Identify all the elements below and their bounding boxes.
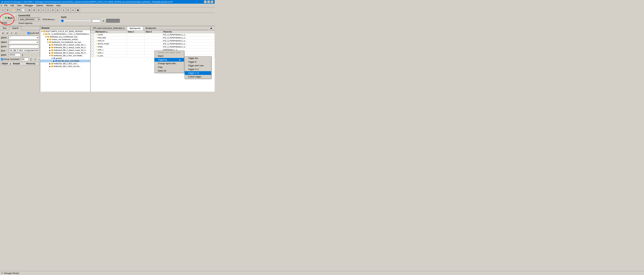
group-checkbox[interactable] (1, 58, 3, 61)
tree-item-root[interactable]: ▼ ROOT (MPFS_ICICLE_KIT_BASE_DESIGN) (40, 30, 90, 33)
toolbar-settings-icon[interactable]: ⚙ (5, 8, 10, 12)
tree-expand-fic0[interactable]: ▼ (43, 33, 45, 35)
object-select[interactable]: * (9, 40, 39, 44)
tree-item-fifo1[interactable]: ▼ hlsModule_BB_0_fifo1_inst (hlsMo... (40, 54, 90, 57)
refresh-button[interactable]: ↺ (33, 57, 37, 61)
tree-item-delay1[interactable]: ▶ hlsModule_BB_0_delay1_scalar_fifo_fi..… (40, 52, 90, 54)
toolbar-save-icon[interactable]: 💾 (16, 8, 21, 12)
quick-btn-3[interactable]: ≡ (10, 31, 14, 35)
tree-expand-fifo1[interactable]: ▼ (49, 55, 51, 57)
fpga-memory-button[interactable]: FPGA Memory (41, 18, 56, 21)
tree-expand-fifo3[interactable]: ▶ (49, 66, 51, 67)
quick-btn-2[interactable]: ⊟ (5, 31, 9, 35)
name-input[interactable] (9, 45, 39, 48)
wp-row-empty[interactable]: ⚡ empty /FIC_0_PERIPHERALS_1/... (91, 45, 215, 48)
run-button[interactable]: Run (1, 15, 16, 21)
ctx-trigger-1-0[interactable]: Trigger 1->0 (185, 71, 211, 75)
wp-check-usedw[interactable] (92, 34, 94, 36)
toolbar-grid2-icon[interactable]: ⊟ (32, 8, 36, 12)
tree-item-delay4[interactable]: ▶ hlsModule_BB_0_delay4_scalar_fifo_c... (40, 44, 90, 46)
close-button[interactable]: ✕ (211, 1, 213, 3)
restore-button[interactable]: □ (207, 1, 210, 3)
tree-item-fifo2[interactable]: ▶ hlsModule_BB_0_fifo2_inst (... (40, 62, 90, 65)
menu-debugger[interactable]: Debugger (23, 4, 34, 7)
tree-item-hlsmodule-inst[interactable]: ▼ hlsModule_inst (hlsModule_hw_top) (40, 41, 90, 44)
ctx-trigger-dont-care[interactable]: Trigger don't care (185, 64, 211, 68)
menu-edit[interactable]: Edit (9, 4, 16, 7)
tree-item-genblk1[interactable]: ▼ genblk1 (40, 57, 90, 60)
toolbar-grid3-icon[interactable]: ⊡ (36, 8, 41, 12)
cycle-config-button[interactable]: ⚙ (101, 19, 106, 23)
tab-arrow-right[interactable]: ▶ (208, 26, 215, 30)
tab-run[interactable]: Run (0, 26, 10, 30)
wp-row-read-en[interactable]: ⚡ read_en /FIC_0_PERIPHERALS_1/... (91, 39, 215, 42)
tree-expand-root[interactable]: ▼ (41, 31, 43, 32)
ctx-triggering[interactable]: Triggering ▶ (154, 58, 184, 62)
tree-item-delay3[interactable]: ▶ hlsModule_BB_0_delay3_scalar_fifo_fi..… (40, 46, 90, 49)
wp-check-almost-empty[interactable] (92, 43, 94, 45)
tab-breakpoints[interactable]: Breakpoints (143, 26, 159, 30)
tree-expand-delay3[interactable]: ▶ (49, 47, 51, 49)
tree-expand-genblk1[interactable]: ▼ (51, 57, 53, 59)
cycle-slider[interactable] (61, 20, 91, 22)
sort-icon[interactable]: ▲ (10, 63, 12, 65)
wp-row-write-c2[interactable]: ⚡ write_c ERIPHERALS_1/... (91, 51, 215, 54)
ctx-watch[interactable]: Watch (154, 54, 184, 58)
wp-check-write-c2[interactable] (92, 52, 94, 54)
menu-options[interactable]: Options (35, 4, 44, 7)
col-watchpoint[interactable]: Watchpoint ▲ (94, 30, 127, 33)
tree-expand-hlsmodule-inst[interactable]: ▼ (47, 41, 49, 43)
depth-input[interactable] (9, 53, 20, 57)
root-input[interactable] (9, 49, 39, 52)
status-select[interactable]: * (9, 36, 39, 40)
menu-help[interactable]: Help (55, 4, 62, 7)
tree-item-fifo3[interactable]: ▶ hlsModule_BB_0_fifo3_inst (hls... (40, 65, 90, 68)
toolbar-hex-icon[interactable]: ⬡ (46, 8, 50, 12)
ctx-copy[interactable]: Copy (154, 65, 184, 69)
tree-item-fic0[interactable]: ▼ FIC_0_PERIPHERALS_1 (FIC_0_PERIPHERALS… (40, 33, 90, 36)
depth-down-arrow[interactable]: ▼ (21, 55, 24, 57)
tree-item-delay2[interactable]: ▶ hlsModule_BB_0_delay2_scalar_fifo_fi..… (40, 49, 90, 52)
wp-check-read-en[interactable] (92, 40, 94, 42)
increment-down-arrow[interactable]: ▼ (30, 59, 32, 61)
tree-expand-fwft-fifo[interactable]: ▶ (53, 60, 55, 62)
tree-item-hlsmodule-top[interactable]: ▼ hlsModule_top_0 (hlsModule_top) (40, 36, 90, 38)
tree-expand-delay1[interactable]: ▶ (49, 52, 51, 54)
menu-file[interactable]: File (3, 4, 9, 7)
toolbar-wave-icon[interactable]: ≋ (51, 8, 55, 12)
iice-select[interactable]: auto_instrument (18, 18, 40, 21)
autoroot-checkbox-label[interactable]: Auto root (28, 32, 39, 34)
wp-row-usedw[interactable]: ⚡ usedw /FIC_0_PERIPHERALS_1/... (91, 33, 215, 36)
wp-check-write-c1[interactable] (92, 49, 94, 51)
wp-check-read-data[interactable] (92, 37, 94, 39)
menu-view[interactable]: View (16, 4, 23, 7)
group-checkbox-label[interactable]: Group (1, 58, 9, 61)
tab-search[interactable]: Search (10, 26, 22, 30)
wp-check-cf-alm[interactable] (92, 55, 94, 57)
toolbar-mono-icon[interactable]: ▣ (76, 8, 80, 12)
toolbar-split3-icon[interactable]: ⫼ (71, 8, 75, 12)
wp-check-empty[interactable] (92, 46, 94, 48)
tree-expand-hlsmodule-top[interactable]: ▼ (45, 36, 47, 38)
toolbar-grid1-icon[interactable]: ⊞ (27, 8, 32, 12)
tree-expand-delay2[interactable]: ▶ (49, 49, 51, 51)
minimize-button[interactable]: ─ (204, 1, 206, 3)
toolbar-split2-icon[interactable]: ⫸ (66, 8, 70, 12)
ctx-change-radix[interactable]: Change signal radix... (154, 62, 184, 65)
toolbar-chip-icon[interactable]: ⬡ (1, 8, 5, 12)
toolbar-split1-icon[interactable]: ⫼ (62, 8, 66, 12)
autoroot-checkbox[interactable] (28, 32, 30, 34)
menu-window[interactable]: Window (45, 4, 55, 7)
tree-expand-delay4[interactable]: ▶ (49, 44, 51, 46)
tab-watchpoints[interactable]: Watchpoints (127, 26, 143, 30)
ctx-trigger-low[interactable]: Trigger low (185, 56, 211, 60)
toolbar-target-icon[interactable]: ◎ (55, 8, 60, 12)
ctx-trigger-0-1[interactable]: Trigger 0->1 (185, 68, 211, 71)
increment-input[interactable] (20, 58, 29, 61)
ctx-select-all[interactable]: Select All (154, 69, 184, 73)
tree-expand-axi4slv[interactable]: ▶ (47, 39, 49, 41)
quick-btn-4[interactable]: ⊡ (14, 31, 18, 35)
toolbar-open-icon[interactable]: 📂 (12, 8, 16, 12)
toolbar-doc-icon[interactable]: 📄 (21, 8, 25, 12)
depth-up-arrow[interactable]: ▲ (21, 53, 24, 55)
